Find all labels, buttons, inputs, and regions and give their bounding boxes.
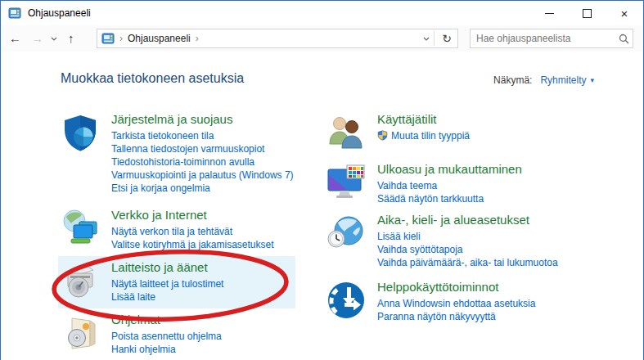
section-user-accounts: Käyttäjätilit Muuta tilin tyyppiä [327,111,623,152]
category-title-clock-language[interactable]: Aika-, kieli- ja alueasetukset [377,212,529,228]
breadcrumb-item-control-panel[interactable]: Ohjauspaneeli [128,33,191,44]
category-title-personalization[interactable]: Ulkoasu ja mukauttaminen [377,161,522,178]
minimize-icon [545,13,554,14]
task-links: Lisää kieliVaihda syöttötapojaVaihda päi… [377,230,623,269]
address-bar[interactable]: › Ohjauspaneeli › ↻ [97,29,458,48]
section-hardware-sound: Laitteisto ja äänet Näytä laitteet ja tu… [61,259,312,304]
task-link[interactable]: Näytä verkon tila ja tehtävät [111,225,312,238]
task-link[interactable]: Säädä näytön tarkkuutta [377,192,623,205]
programs-icon[interactable] [61,313,100,353]
task-links: Anna Windowsin ehdottaa asetuksiaParanna… [377,297,623,323]
section-programs: Ohjelmat Poista asennettu ohjelmaHanki o… [61,312,312,356]
window-title: Ohjauspaneeli [28,7,91,19]
personalization-icon[interactable] [327,163,366,202]
task-links: Tarkista tietokoneen tilaTallenna tiedos… [111,129,312,195]
network-icon[interactable] [61,209,100,248]
user-accounts-icon[interactable] [327,113,366,152]
search-box [470,29,633,48]
task-link[interactable]: Vaihda syöttötapoja [377,243,623,256]
task-link[interactable]: Poista asennettu ohjelma [111,330,312,343]
search-input[interactable] [471,33,615,44]
control-panel-icon [101,32,115,45]
task-link[interactable]: Vaihda päivämäärä-, aika- tai lukumuotoa [377,256,623,269]
task-links: Muuta tilin tyyppiä [377,129,623,142]
category-title-user-accounts[interactable]: Käyttäjätilit [377,111,437,128]
maximize-button[interactable] [568,1,606,25]
maximize-icon [583,9,592,18]
task-links: Näytä verkon tila ja tehtävätValitse kot… [111,225,312,251]
chevron-down-icon: ▾ [590,76,594,84]
forward-button[interactable]: → [26,26,48,51]
chevron-down-icon [423,37,430,41]
category-title-network-internet[interactable]: Verkko ja Internet [111,207,207,223]
view-by-label: Näkymä: [493,74,532,86]
category-title-programs[interactable]: Ohjelmat [111,312,160,328]
section-network-internet: Verkko ja Internet Näytä verkon tila ja … [61,207,312,251]
control-panel-window: Ohjauspaneeli × ← → ↑ › Ohjauspaneeli › [0,0,644,360]
task-link[interactable]: Tarkista tietokoneen tila [111,129,312,142]
task-link[interactable]: Tallenna tiedostojen varmuuskopiot Tiedo… [111,142,312,169]
close-button[interactable]: × [606,1,643,25]
task-links: Poista asennettu ohjelmaHanki ohjelmia [111,330,312,356]
up-button[interactable]: ↑ [63,26,79,51]
task-links: Vaihda teemaSäädä näytön tarkkuutta [377,179,623,205]
task-link[interactable]: Varmuuskopiointi ja palautus (Windows 7) [111,169,312,182]
task-link[interactable]: Näytä laitteet ja tulostimet [111,277,312,290]
task-link[interactable]: Paranna näytön näkyvyyttä [377,310,623,323]
minimize-button[interactable] [530,1,568,25]
section-personalization: Ulkoasu ja mukauttaminen Vaihda teemaSää… [327,161,623,205]
chevron-down-icon [51,37,57,41]
control-panel-icon [8,7,21,20]
titlebar: Ohjauspaneeli × [1,1,643,25]
back-button[interactable]: ← [4,26,26,51]
task-link[interactable]: Lisää laite [111,290,312,304]
breadcrumb-separator[interactable]: › [191,33,204,44]
refresh-button[interactable]: ↻ [436,32,457,45]
clock-language-icon[interactable] [327,214,366,253]
ease-of-access-icon[interactable] [327,281,366,320]
category-title-hardware-sound[interactable]: Laitteisto ja äänet [111,259,208,276]
task-link[interactable]: Valitse kotiryhmä ja jakamisasetukset [111,238,312,251]
hardware-sound-icon[interactable] [61,261,100,300]
view-by-value: Ryhmitelty [540,74,586,86]
page-title: Muokkaa tietokoneen asetuksia [61,71,244,86]
search-icon[interactable] [615,34,633,44]
section-system-security: Järjestelmä ja suojaus Tarkista tietokon… [61,111,312,195]
task-links: Näytä laitteet ja tulostimetLisää laite [111,277,312,304]
close-icon: × [621,7,628,20]
task-link[interactable]: Muuta tilin tyyppiä [377,129,623,142]
category-title-ease-of-access[interactable]: Helppokäyttötoiminnot [377,279,498,295]
divider [434,31,435,46]
task-link[interactable]: Hanki ohjelmia [111,343,312,356]
task-link[interactable]: Lisää kieli [377,230,623,243]
content-area: Muokkaa tietokoneen asetuksia Näkymä: Ry… [1,52,643,360]
task-link[interactable]: Vaihda teema [377,179,623,192]
uac-shield-icon [377,130,388,141]
section-clock-language: Aika-, kieli- ja alueasetukset Lisää kie… [327,212,623,269]
view-by-dropdown[interactable]: Ryhmitelty ▾ [540,74,594,86]
task-link[interactable]: Etsi ja korjaa ongelmia [111,182,312,195]
category-title-system-security[interactable]: Järjestelmä ja suojaus [111,111,232,128]
shield-icon[interactable] [61,113,100,152]
section-ease-of-access: Helppokäyttötoiminnot Anna Windowsin ehd… [327,279,623,323]
task-link[interactable]: Anna Windowsin ehdottaa asetuksia [377,297,623,310]
address-dropdown[interactable] [421,37,432,41]
breadcrumb-separator: › [115,33,128,44]
navigation-bar: ← → ↑ › Ohjauspaneeli › ↻ [1,25,643,52]
view-by-control: Näkymä: Ryhmitelty ▾ [493,74,594,86]
recent-pages-dropdown[interactable] [48,37,60,41]
